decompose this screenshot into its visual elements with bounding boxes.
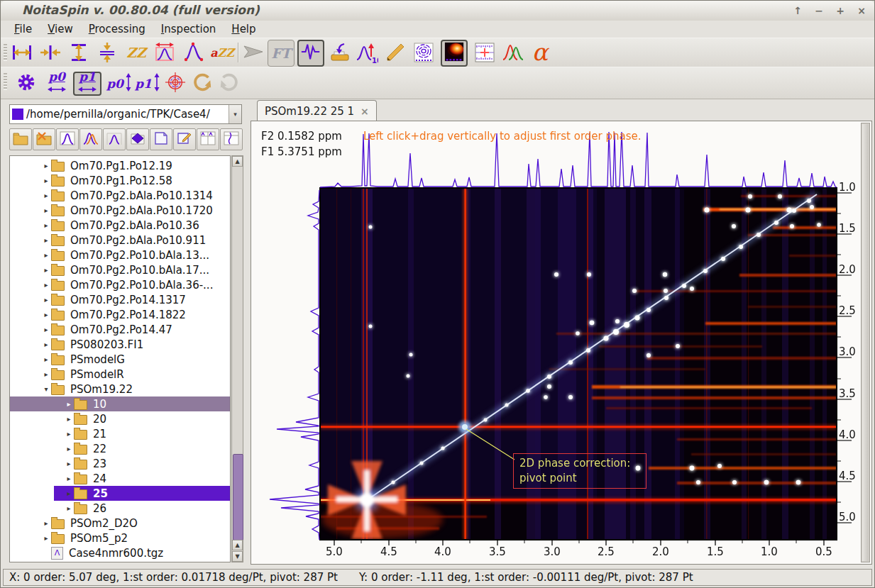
expander-icon[interactable]: ▸	[64, 430, 74, 438]
open-folder-button[interactable]	[9, 128, 32, 150]
tab-psom19[interactable]: PSOm19.22 25 1 ×	[257, 100, 377, 122]
peak-region-button[interactable]	[153, 41, 176, 64]
peaks-overlay-button[interactable]	[502, 41, 524, 64]
content-scrollbar-thumb[interactable]	[862, 124, 869, 561]
undo-button[interactable]	[216, 72, 242, 96]
peak-x10-button[interactable]: 10	[356, 41, 378, 64]
tree-row[interactable]: ▸23	[10, 456, 230, 471]
peak-pick-button[interactable]	[182, 41, 205, 64]
menu-view[interactable]: View	[41, 21, 79, 37]
path-dropdown-button[interactable]: ▾	[229, 105, 241, 123]
expander-icon[interactable]: ▸	[41, 206, 51, 214]
tree-row[interactable]: ▸Om70.Pg2.bAla.Po10.911	[10, 233, 230, 248]
alpha-button[interactable]: α	[529, 41, 551, 64]
tree-row[interactable]: ▸PS080203.FI1	[10, 337, 230, 352]
pivot-target-button[interactable]	[163, 72, 188, 96]
tree-row[interactable]: ▸21	[10, 426, 230, 441]
tree-row[interactable]: ▸Om70.Pg2.Po10.bAla.36-...	[10, 277, 230, 292]
expander-icon[interactable]: ▸	[41, 221, 51, 229]
tree-row[interactable]: ▸26	[10, 501, 230, 516]
note-edit-button[interactable]	[173, 128, 196, 150]
p1-vertical-button[interactable]: p1	[134, 72, 161, 96]
expander-icon[interactable]: ▸	[64, 489, 74, 497]
tree-row[interactable]: ▸Om70.Pg2.Po10.bAla.13...	[10, 248, 230, 262]
shade-button[interactable]: ↑	[791, 4, 805, 18]
scroll-down-button[interactable]: ▼	[232, 551, 243, 562]
tree-row[interactable]: ΛCase4nmr600.tgz	[10, 545, 230, 560]
tree-row-highlighted[interactable]: ▸10	[10, 396, 230, 411]
note-button[interactable]	[150, 128, 172, 150]
expander-icon[interactable]: ▸	[41, 370, 51, 378]
expander-icon[interactable]: ▸	[64, 445, 74, 453]
dataset-button[interactable]	[126, 128, 149, 150]
table-peaks-button[interactable]	[197, 128, 219, 150]
tree-row[interactable]: ▸22	[10, 441, 230, 456]
scroll-up-button[interactable]: ▲	[232, 156, 243, 167]
tree-row[interactable]: ▸PSOm2_D2O	[10, 516, 230, 531]
fingerprint-button[interactable]	[412, 41, 435, 64]
tree-row[interactable]: ▸Om70.Pg2.Po14.1822	[10, 307, 230, 322]
expander-icon[interactable]: ▸	[41, 534, 51, 542]
expand-horizontal-button[interactable]	[11, 41, 33, 64]
ft-button[interactable]: FT	[268, 40, 295, 67]
p0-horizontal-button[interactable]: p0	[43, 72, 70, 96]
tree-row-expanded[interactable]: ▾PSOm19.22	[10, 382, 230, 396]
pointer-button[interactable]	[242, 41, 265, 64]
expander-icon[interactable]: ▸	[64, 475, 74, 482]
expander-icon[interactable]: ▸	[41, 326, 51, 333]
path-combobox[interactable]: /home/pernilla/organic/TPK/Case4/ ▾	[9, 104, 242, 124]
expander-icon[interactable]: ▸	[64, 415, 74, 423]
tree-row[interactable]: ▸PSOm5_p2	[10, 531, 230, 545]
expander-icon[interactable]: ▸	[41, 192, 51, 199]
tree-row[interactable]: ▸PSmodelG	[10, 352, 230, 367]
expander-icon[interactable]: ▾	[41, 385, 51, 393]
tree-row[interactable]: ▸Om70.Pg2.bAla.Po10.1314	[10, 188, 230, 203]
colormap-2d-button[interactable]	[441, 40, 468, 67]
menu-inspection[interactable]: Inspection	[155, 21, 223, 37]
title-bar[interactable]: NoitaSpin v. 00.80.04 (full version) ↑ −…	[1, 1, 874, 21]
expander-icon[interactable]: ▸	[41, 251, 51, 259]
tree-row[interactable]: ▸Om70.Pg2.bAla.Po10.36	[10, 218, 230, 233]
spectrum-1d-button[interactable]	[56, 128, 79, 150]
tree-row[interactable]: ▸Om70.Pg1.Po12.58	[10, 173, 230, 188]
p0-vertical-button[interactable]: p0	[106, 72, 133, 96]
menu-help[interactable]: Help	[225, 21, 262, 37]
expander-icon[interactable]: ▸	[41, 162, 51, 170]
tree-row[interactable]: ▸Om70.Pg2.Po14.47	[10, 322, 230, 337]
maximize-button[interactable]: +	[833, 4, 847, 18]
close-button[interactable]: ×	[854, 4, 869, 18]
spectrum-small-button[interactable]	[103, 128, 126, 150]
tree-row[interactable]: ▸Om70.Pg1.Po12.19	[10, 158, 230, 173]
scrollbar-thumb[interactable]	[233, 454, 243, 540]
expander-icon[interactable]: ▸	[41, 236, 51, 244]
tree-row[interactable]: ▸20	[10, 411, 230, 426]
expander-icon[interactable]: ▸	[64, 460, 74, 467]
expander-icon[interactable]: ▸	[41, 311, 51, 318]
p1-horizontal-button[interactable]: p1	[73, 72, 101, 96]
expander-icon[interactable]: ▸	[41, 355, 51, 363]
tree-row[interactable]: ▸PSmodelR	[10, 367, 230, 382]
redo-button[interactable]	[189, 72, 215, 96]
content-scrollbar[interactable]	[861, 123, 870, 562]
compress-horizontal-button[interactable]	[39, 41, 62, 64]
plotter-button[interactable]	[329, 41, 351, 64]
expander-icon[interactable]: ▸	[41, 177, 51, 184]
spectra-overlay-button[interactable]	[79, 128, 102, 150]
expander-icon[interactable]: ▸	[41, 296, 51, 304]
expander-icon[interactable]: ▸	[41, 281, 51, 289]
expander-icon[interactable]: ▸	[41, 340, 51, 348]
menu-processing[interactable]: Processing	[82, 21, 152, 37]
tree-row-selected[interactable]: ▸25	[10, 486, 230, 501]
phase-toolbar-grip[interactable]	[4, 73, 7, 90]
tree-row[interactable]: ▸Om70.Pg2.Po14.1317	[10, 292, 230, 307]
expand-vertical-button[interactable]	[67, 41, 90, 64]
tree-scrollbar[interactable]: ▲ ▲ ▼	[231, 155, 243, 562]
dataset-tree[interactable]: ▸Om70.Pg1.Po12.19 ▸Om70.Pg1.Po12.58 ▸Om7…	[9, 155, 231, 562]
fid-wave-button[interactable]	[297, 40, 324, 67]
minimize-button[interactable]: −	[812, 4, 826, 18]
compress-vertical-button[interactable]	[96, 41, 119, 64]
azz-button[interactable]: aZZ	[211, 41, 233, 64]
zz-button[interactable]: ZZ	[125, 41, 148, 64]
expander-icon[interactable]: ▸	[41, 519, 51, 527]
expander-icon[interactable]: ▸	[64, 400, 74, 408]
